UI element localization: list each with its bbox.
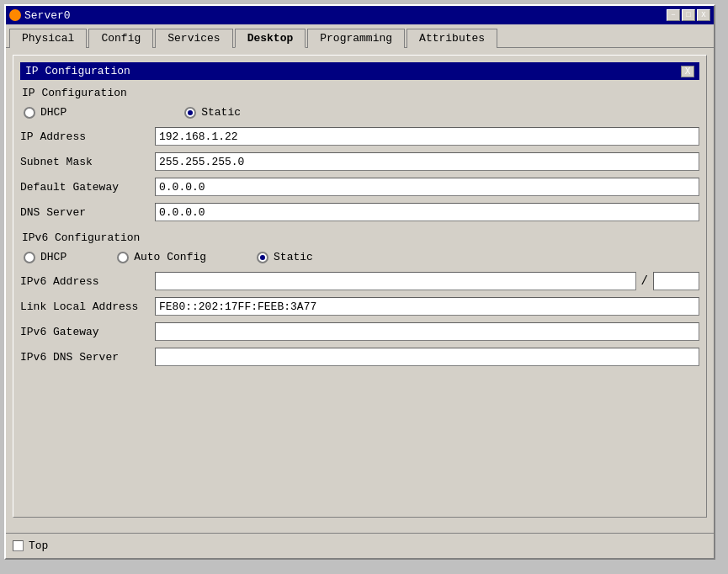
server-icon	[9, 9, 21, 21]
top-checkbox-item[interactable]: Top	[13, 539, 48, 552]
default-gateway-label: Default Gateway	[20, 181, 155, 194]
ipv6-gateway-input[interactable]	[155, 322, 699, 341]
subnet-mask-label: Subnet Mask	[20, 156, 155, 168]
ip-address-row: IP Address	[20, 127, 699, 146]
ipv6-address-inputs: /	[155, 272, 699, 290]
tab-config[interactable]: Config	[88, 29, 153, 48]
default-gateway-row: Default Gateway	[20, 178, 699, 196]
ip-address-label: IP Address	[20, 130, 155, 143]
ipv6-address-input[interactable]	[155, 272, 636, 290]
ipv6-autoconfig-radio[interactable]	[117, 252, 129, 263]
ipv6-dhcp-label: DHCP	[40, 251, 66, 263]
ipv6-dns-input[interactable]	[155, 348, 699, 366]
tab-services[interactable]: Services	[155, 29, 232, 48]
subnet-mask-input[interactable]	[155, 152, 699, 171]
ip-config-close-button[interactable]: X	[681, 66, 694, 77]
ipv6-slash-divider: /	[640, 274, 650, 288]
subnet-mask-row: Subnet Mask	[20, 152, 699, 171]
ipv6-dns-label: IPv6 DNS Server	[20, 351, 155, 364]
ipv6-static-label: Static	[274, 251, 313, 263]
ip-config-title: IP Configuration	[25, 65, 130, 77]
link-local-input[interactable]	[155, 297, 699, 316]
ipv4-dhcp-label: DHCP	[40, 106, 66, 119]
ipv6-static-option[interactable]: Static	[257, 251, 313, 263]
title-controls: − □ X	[667, 9, 710, 21]
tab-physical[interactable]: Physical	[9, 29, 87, 48]
tab-bar: Physical Config Services Desktop Program…	[6, 24, 714, 48]
ipv6-autoconfig-option[interactable]: Auto Config	[117, 251, 206, 263]
desktop-panel: IP Configuration X IP Configuration DHCP…	[13, 55, 707, 518]
minimize-button[interactable]: −	[667, 9, 680, 21]
window-close-button[interactable]: X	[697, 9, 710, 21]
title-bar-left: Server0	[9, 9, 71, 22]
ipv4-dhcp-radio[interactable]	[24, 107, 35, 119]
ipv6-prefix-input[interactable]	[653, 272, 699, 290]
ipv6-section: IPv6 Configuration DHCP Auto Config Stat…	[20, 231, 699, 366]
ipv6-subsection-title: IPv6 Configuration	[20, 231, 699, 244]
ipv4-static-label: Static	[201, 106, 241, 119]
tab-programming[interactable]: Programming	[307, 29, 405, 48]
ipv6-static-radio[interactable]	[257, 252, 268, 263]
link-local-row: Link Local Address	[20, 297, 699, 316]
dns-server-row: DNS Server	[20, 203, 699, 221]
ip-address-input[interactable]	[155, 127, 699, 146]
top-checkbox-label: Top	[29, 539, 48, 552]
ip-config-header: IP Configuration X	[20, 62, 699, 80]
ipv6-dns-row: IPv6 DNS Server	[20, 348, 699, 366]
main-window: Server0 − □ X Physical Config Services D…	[4, 4, 715, 560]
ipv6-dhcp-radio[interactable]	[24, 252, 35, 263]
ipv6-gateway-label: IPv6 Gateway	[20, 326, 155, 338]
maximize-button[interactable]: □	[682, 9, 695, 21]
content-area: IP Configuration X IP Configuration DHCP…	[6, 48, 714, 524]
tab-desktop[interactable]: Desktop	[235, 29, 306, 48]
ipv6-mode-row: DHCP Auto Config Static	[20, 251, 699, 263]
ipv6-address-label: IPv6 Address	[20, 275, 155, 288]
dns-server-input[interactable]	[155, 203, 699, 221]
top-checkbox[interactable]	[13, 540, 24, 551]
link-local-label: Link Local Address	[20, 300, 155, 313]
ipv6-dhcp-option[interactable]: DHCP	[24, 251, 66, 263]
window-title: Server0	[24, 9, 71, 22]
ipv6-autoconfig-label: Auto Config	[134, 251, 206, 263]
tab-attributes[interactable]: Attributes	[407, 29, 497, 48]
ipv6-gateway-row: IPv6 Gateway	[20, 322, 699, 341]
ipv6-address-row: IPv6 Address /	[20, 272, 699, 290]
ipv4-static-radio[interactable]	[184, 107, 196, 119]
dns-server-label: DNS Server	[20, 206, 155, 219]
ipv4-mode-row: DHCP Static	[20, 106, 699, 119]
bottom-bar: Top	[6, 533, 714, 558]
default-gateway-input[interactable]	[155, 178, 699, 196]
ipv4-subsection-title: IP Configuration	[20, 87, 699, 99]
ipv4-dhcp-option[interactable]: DHCP	[24, 106, 66, 119]
svg-point-0	[12, 12, 19, 19]
ipv4-static-option[interactable]: Static	[184, 106, 241, 119]
title-bar: Server0 − □ X	[6, 6, 714, 24]
